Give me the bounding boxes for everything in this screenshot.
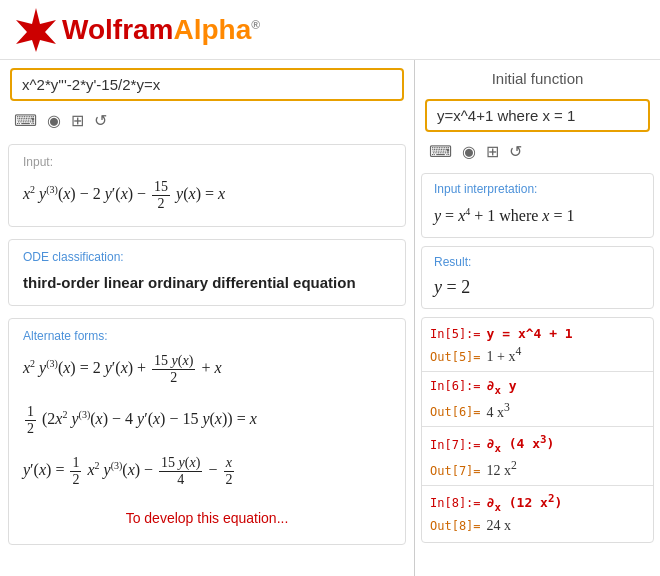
header: WolframAlpha® bbox=[0, 0, 660, 60]
in8-content: ∂x (12 x2) bbox=[487, 492, 563, 514]
right-search-input[interactable] bbox=[425, 99, 650, 132]
in5-label: In[5]:= bbox=[430, 327, 481, 341]
result-section: Result: y = 2 bbox=[421, 246, 654, 309]
cell-out-7: Out[7]= 12 x2 bbox=[422, 457, 653, 481]
logo: WolframAlpha® bbox=[12, 6, 260, 54]
ode-section: ODE classification: third-order linear o… bbox=[8, 239, 406, 306]
right-keyboard-icon[interactable]: ⌨ bbox=[429, 142, 452, 161]
alternate-forms-section: Alternate forms: x2 y(3)(x) = 2 y′(x) + … bbox=[8, 318, 406, 545]
divider-3 bbox=[422, 485, 653, 486]
refresh-icon[interactable]: ↺ bbox=[94, 111, 107, 130]
out8-label: Out[8]= bbox=[430, 519, 481, 533]
out6-content: 4 x3 bbox=[487, 401, 510, 421]
cell-in-5: In[5]:= y = x^4 + 1 bbox=[422, 324, 653, 343]
out5-label: Out[5]= bbox=[430, 350, 481, 364]
in6-content: ∂x y bbox=[487, 378, 517, 397]
keyboard-icon[interactable]: ⌨ bbox=[14, 111, 37, 130]
input-label: Input: bbox=[23, 155, 391, 169]
in5-content: y = x^4 + 1 bbox=[487, 326, 573, 341]
input-section: Input: x2 y(3)(x) − 2 y′(x) − 15 2 y(x) … bbox=[8, 144, 406, 227]
left-panel: ⌨ ◉ ⊞ ↺ Input: x2 y(3)(x) − 2 y′(x) − 15… bbox=[0, 60, 415, 576]
interp-label: Input interpretation: bbox=[434, 182, 641, 196]
out8-content: 24 x bbox=[487, 518, 512, 534]
svg-marker-0 bbox=[16, 8, 56, 52]
cell-out-5: Out[5]= 1 + x4 bbox=[422, 343, 653, 367]
cell-out-8: Out[8]= 24 x bbox=[422, 516, 653, 536]
in7-content: ∂x (4 x3) bbox=[487, 433, 555, 455]
alternate-label: Alternate forms: bbox=[23, 329, 391, 343]
divider-2 bbox=[422, 426, 653, 427]
right-toolbar: ⌨ ◉ ⊞ ↺ bbox=[415, 140, 660, 169]
interp-section: Input interpretation: y = x4 + 1 where x… bbox=[421, 173, 654, 238]
right-camera-icon[interactable]: ◉ bbox=[462, 142, 476, 161]
grid-icon[interactable]: ⊞ bbox=[71, 111, 84, 130]
right-panel-header: Initial function bbox=[415, 60, 660, 91]
out6-label: Out[6]= bbox=[430, 405, 481, 419]
alt-form-1: x2 y(3)(x) = 2 y′(x) + 15 y(x) 2 + x bbox=[23, 349, 391, 390]
cell-in-8: In[8]:= ∂x (12 x2) bbox=[422, 490, 653, 516]
in7-label: In[7]:= bbox=[430, 438, 481, 452]
left-toolbar: ⌨ ◉ ⊞ ↺ bbox=[0, 109, 414, 138]
ode-classification: third-order linear ordinary differential… bbox=[23, 270, 391, 295]
right-refresh-icon[interactable]: ↺ bbox=[509, 142, 522, 161]
out7-content: 12 x2 bbox=[487, 459, 517, 479]
alt-form-3: y′(x) = 1 2 x2 y(3)(x) − 15 y(x) 4 − x 2 bbox=[23, 451, 391, 492]
ode-label: ODE classification: bbox=[23, 250, 391, 264]
right-panel: Initial function ⌨ ◉ ⊞ ↺ Input interpret… bbox=[415, 60, 660, 576]
main-content: ⌨ ◉ ⊞ ↺ Input: x2 y(3)(x) − 2 y′(x) − 15… bbox=[0, 60, 660, 576]
wolfram-star-icon bbox=[12, 6, 60, 54]
interp-math: y = x4 + 1 where x = 1 bbox=[434, 202, 641, 229]
right-grid-icon[interactable]: ⊞ bbox=[486, 142, 499, 161]
left-search-input[interactable] bbox=[10, 68, 404, 101]
in6-label: In[6]:= bbox=[430, 379, 481, 393]
camera-icon[interactable]: ◉ bbox=[47, 111, 61, 130]
cells-container: In[5]:= y = x^4 + 1 Out[5]= 1 + x4 In[6]… bbox=[421, 317, 654, 542]
cell-out-6: Out[6]= 4 x3 bbox=[422, 399, 653, 423]
divider-1 bbox=[422, 371, 653, 372]
out5-content: 1 + x4 bbox=[487, 345, 522, 365]
out7-label: Out[7]= bbox=[430, 464, 481, 478]
alt-form-2: 1 2 (2x2 y(3)(x) − 4 y′(x) − 15 y(x)) = … bbox=[23, 400, 391, 441]
cell-in-7: In[7]:= ∂x (4 x3) bbox=[422, 431, 653, 457]
develop-link[interactable]: To develop this equation... bbox=[23, 502, 391, 534]
result-value: y = 2 bbox=[434, 275, 641, 300]
cell-in-6: In[6]:= ∂x y bbox=[422, 376, 653, 399]
in8-label: In[8]:= bbox=[430, 496, 481, 510]
result-label: Result: bbox=[434, 255, 641, 269]
logo-text: WolframAlpha® bbox=[62, 14, 260, 46]
input-math: x2 y(3)(x) − 2 y′(x) − 15 2 y(x) = x bbox=[23, 175, 391, 216]
